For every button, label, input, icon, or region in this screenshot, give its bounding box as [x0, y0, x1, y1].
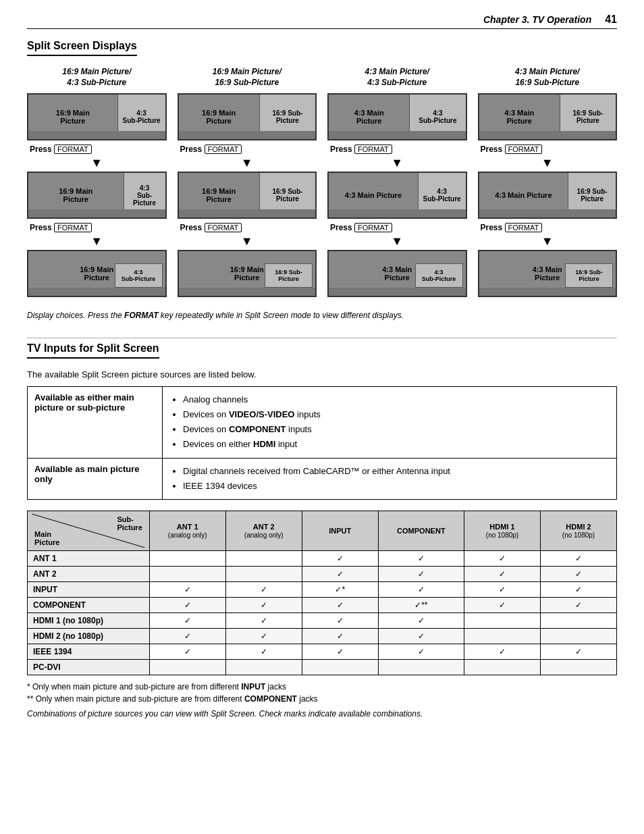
avail-row-label: Available as either main picture or sub-…: [28, 387, 163, 458]
compat-cell: [149, 566, 225, 581]
split-screen-caption: Display choices. Press the FORMAT key re…: [27, 309, 617, 321]
compat-cell: [225, 566, 302, 581]
press-format-label: Press FORMAT: [178, 145, 317, 154]
compat-cell: [540, 613, 616, 628]
compat-table: Sub-Picture MainPicture ANT 1(analog onl…: [27, 511, 617, 675]
compat-cell: ✓: [378, 550, 464, 566]
table-row: HDMI 1 (no 1080p)✓✓✓✓: [28, 613, 617, 628]
list-item: Analog channels: [183, 392, 610, 407]
table-row: INPUT✓✓✓*✓✓✓: [28, 581, 617, 597]
compat-cell: ✓: [378, 628, 464, 644]
screen-box: 4:3 MainPicture16:9 Sub-Picture: [478, 250, 618, 297]
compat-cell: ✓: [302, 550, 378, 566]
screen-box: 16:9 MainPicture4:3Sub-Picture: [27, 250, 167, 297]
compat-cell: ✓: [464, 597, 541, 613]
compat-cell: [540, 628, 616, 644]
compat-cell: ✓: [378, 644, 464, 659]
compat-cell: ✓: [464, 644, 541, 659]
compat-cell: ✓: [302, 628, 378, 644]
compat-cell: ✓: [378, 581, 464, 597]
compat-cell: ✓: [540, 597, 616, 613]
svg-line-0: [32, 514, 145, 548]
col-header: COMPONENT: [378, 511, 464, 550]
table-row: HDMI 2 (no 1080p)✓✓✓✓: [28, 628, 617, 644]
row-label: COMPONENT: [28, 597, 150, 613]
compat-cell: [225, 659, 302, 675]
diagram-col-title: 4:3 Main Picture/16:9 Sub-Picture: [515, 67, 579, 88]
page-header: Chapter 3. TV Operation 41: [27, 14, 617, 29]
list-item: Digital channels received from CableCARD…: [183, 464, 610, 479]
corner-header: Sub-Picture MainPicture: [28, 511, 150, 550]
table-row: ANT 1✓✓✓✓: [28, 550, 617, 566]
table-row: PC-DVI: [28, 659, 617, 675]
press-format-label: Press FORMAT: [178, 223, 317, 232]
screen-box: 4:3 MainPicture16:9 Sub-Picture: [478, 93, 618, 140]
screen-bottom-bar: [479, 209, 616, 217]
compat-cell: ✓: [464, 550, 541, 566]
screen-bottom-bar: [479, 131, 616, 139]
compat-cell: ✓: [302, 597, 378, 613]
compat-cell: [225, 550, 302, 566]
split-screen-title: Split Screen Displays: [27, 40, 137, 56]
arrow-down-icon: ▼: [90, 157, 103, 169]
page-number: 41: [605, 14, 617, 26]
inputs-description: The available Split Screen picture sourc…: [27, 369, 617, 380]
press-format-label: Press FORMAT: [478, 223, 618, 232]
compat-cell: ✓*: [302, 581, 378, 597]
compat-cell: ✓: [464, 566, 541, 581]
compat-cell: [149, 550, 225, 566]
compat-cell: [149, 659, 225, 675]
col-header: HDMI 1(no 1080p): [464, 511, 541, 550]
compat-cell: ✓: [225, 628, 302, 644]
screen-box: 16:9 MainPicture4:3Sub-Picture: [27, 172, 167, 219]
compat-cell: ✓: [540, 644, 616, 659]
compat-cell: [302, 659, 378, 675]
screen-bottom-bar: [179, 288, 316, 296]
diagrams-row: 16:9 Main Picture/4:3 Sub-Picture16:9 Ma…: [27, 67, 617, 301]
avail-row-content: Digital channels received from CableCARD…: [163, 458, 617, 499]
compat-cell: ✓: [540, 566, 616, 581]
compat-cell: ✓: [225, 613, 302, 628]
press-format-label: Press FORMAT: [327, 145, 467, 154]
press-format-label: Press FORMAT: [478, 145, 618, 154]
screen-box: 16:9 MainPicture4:3Sub-Picture: [27, 93, 167, 140]
list-item: Devices on COMPONENT inputs: [183, 422, 610, 437]
arrow-down-icon: ▼: [391, 235, 403, 247]
screen-box: 16:9 MainPicture16:9 Sub-Picture: [178, 93, 317, 140]
press-format-label: Press FORMAT: [327, 223, 467, 232]
row-label: ANT 2: [28, 566, 150, 581]
list-item: Devices on either HDMI input: [183, 437, 610, 452]
compat-cell: [464, 613, 541, 628]
avail-row-content: Analog channelsDevices on VIDEO/S-VIDEO …: [163, 387, 617, 458]
screen-sub-overlay-label: 4:3Sub-Picture: [415, 263, 463, 288]
footnotes: * Only when main picture and sub-picture…: [27, 682, 617, 704]
split-screen-section: Split Screen Displays 16:9 Main Picture/…: [27, 40, 617, 321]
row-label: HDMI 2 (no 1080p): [28, 628, 150, 644]
screen-bottom-bar: [179, 209, 316, 217]
press-format-label: Press FORMAT: [27, 223, 167, 232]
arrow-down-icon: ▼: [391, 157, 403, 169]
format-key-caption: FORMAT: [124, 311, 158, 320]
available-table: Available as either main picture or sub-…: [27, 386, 617, 500]
table-row: COMPONENT✓✓✓✓**✓✓: [28, 597, 617, 613]
row-label: PC-DVI: [28, 659, 150, 675]
compat-cell: ✓: [464, 581, 541, 597]
compat-cell: ✓: [302, 566, 378, 581]
closing-note: Combinations of picture sources you can …: [27, 709, 617, 719]
list-item: Devices on VIDEO/S-VIDEO inputs: [183, 407, 610, 422]
diagram-col-title: 4:3 Main Picture/4:3 Sub-Picture: [365, 67, 429, 88]
screen-sub-overlay-label: 4:3Sub-Picture: [115, 263, 163, 288]
compat-cell: ✓: [225, 644, 302, 659]
avail-row-label: Available as main picture only: [28, 458, 163, 499]
compat-cell: ✓: [149, 644, 225, 659]
col-header: ANT 2(analog only): [225, 511, 302, 550]
col-header: INPUT: [302, 511, 378, 550]
compat-cell: [540, 659, 616, 675]
compat-cell: [378, 659, 464, 675]
compat-cell: ✓: [149, 581, 225, 597]
compat-cell: [464, 628, 541, 644]
diagram-col-title: 16:9 Main Picture/16:9 Sub-Picture: [213, 67, 281, 88]
footnote: ** Only when main picture and sub-pictur…: [27, 694, 617, 704]
screen-bottom-bar: [28, 131, 165, 139]
chapter-title: Chapter 3. TV Operation: [27, 14, 605, 25]
